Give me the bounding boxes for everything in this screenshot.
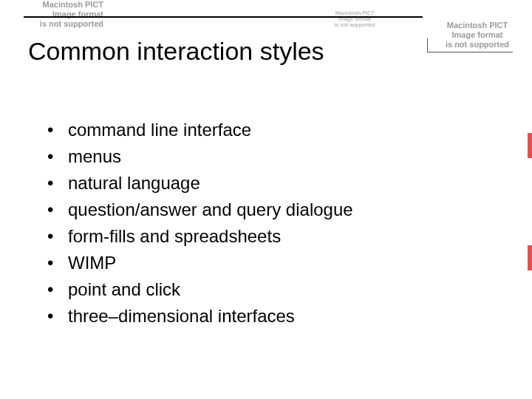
list-item: natural language: [47, 170, 353, 197]
red-edge-artifact: [528, 245, 532, 270]
list-item: WIMP: [47, 250, 353, 276]
top-rule: [24, 16, 423, 18]
list-item: three–dimensional interfaces: [47, 303, 353, 330]
list-item: menus: [47, 143, 353, 170]
list-item: form-fills and spreadsheets: [47, 223, 353, 250]
bullet-list: command line interface menus natural lan…: [47, 117, 353, 330]
list-item: command line interface: [47, 117, 353, 143]
pict-unsupported-top-mid: Macintosh PICT Image format is not suppo…: [288, 10, 421, 28]
pict-unsupported-top-left: Macintosh PICT Image format is not suppo…: [0, 0, 103, 29]
corner-frame: [427, 38, 513, 52]
slide-title: Common interaction styles: [28, 37, 324, 66]
list-item: question/answer and query dialogue: [47, 197, 353, 223]
red-edge-artifact: [528, 133, 532, 158]
list-item: point and click: [47, 276, 353, 303]
